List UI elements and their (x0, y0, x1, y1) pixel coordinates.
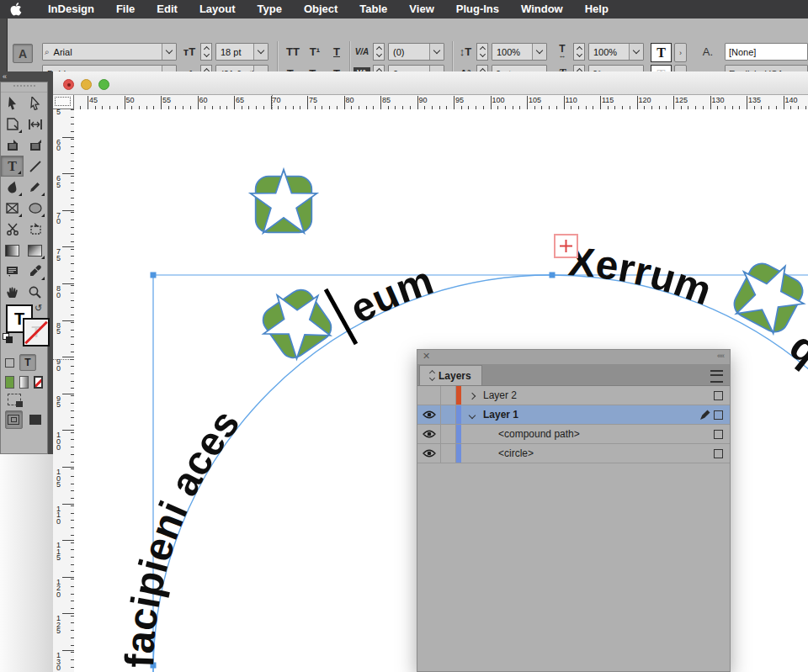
panel-menu-icon[interactable] (710, 370, 723, 383)
tool-content-placer[interactable] (24, 135, 46, 156)
star-compound-path[interactable] (251, 170, 317, 233)
kerning-stepper[interactable] (373, 43, 385, 61)
window-title-bar[interactable] (53, 71, 808, 95)
menu-type[interactable]: Type (247, 0, 293, 19)
layer-row-layer1[interactable]: Layer 1 (417, 405, 730, 425)
chevron-down-icon[interactable] (532, 44, 546, 60)
font-family-combo[interactable]: ⌕ Arial (42, 43, 177, 61)
collapse-layer-icon[interactable] (461, 410, 483, 420)
chevron-down-icon[interactable] (629, 44, 643, 60)
eye-icon[interactable] (423, 430, 436, 438)
character-style-field[interactable]: [None] (725, 43, 808, 61)
target-box[interactable] (714, 410, 723, 420)
collapse-icon[interactable]: «« (717, 352, 724, 360)
close-icon[interactable]: ✕ (423, 351, 430, 362)
ruler-origin-box[interactable] (53, 95, 74, 109)
path-text-segment[interactable]: q (782, 323, 808, 373)
menu-file[interactable]: File (105, 0, 146, 19)
lock-cell[interactable] (441, 425, 456, 443)
tool-selection[interactable] (1, 93, 24, 114)
tool-pencil[interactable] (24, 177, 46, 198)
fill-color-button[interactable]: T (651, 43, 672, 62)
minimize-window-button[interactable] (81, 79, 92, 90)
vertical-scale-stepper[interactable] (476, 43, 488, 61)
menu-view[interactable]: View (398, 0, 444, 19)
tool-line[interactable] (24, 156, 46, 177)
menu-plugins[interactable]: Plug-Ins (445, 0, 510, 19)
expand-icon[interactable] (461, 391, 483, 400)
visibility-cell[interactable] (417, 386, 441, 405)
swap-fill-stroke-icon[interactable]: ↺ (35, 303, 42, 314)
star-compound-path[interactable] (725, 251, 808, 340)
underline-button[interactable]: T (330, 43, 343, 61)
visibility-cell[interactable] (417, 425, 441, 443)
item-name[interactable]: <circle> (483, 447, 695, 459)
control-panel-grip[interactable] (0, 19, 8, 71)
font-size-combo[interactable]: 18 pt (215, 43, 268, 61)
menu-table[interactable]: Table (348, 0, 398, 19)
layers-panel-header[interactable]: ✕ «« (417, 350, 730, 365)
eye-icon[interactable] (423, 410, 436, 419)
tool-ellipse[interactable] (24, 198, 46, 219)
panel-drag-grip[interactable] (1, 82, 47, 93)
close-window-button[interactable] (63, 79, 74, 90)
vertical-ruler[interactable]: 5 56 06 57 07 58 08 59 09 51 0 01 0 51 1… (53, 109, 75, 672)
tool-gradient-feather[interactable] (24, 240, 46, 261)
tool-gradient[interactable] (1, 240, 24, 261)
overset-text-port[interactable] (555, 235, 577, 257)
horizontal-ruler[interactable]: 4550556065707580859095100105110115120125… (74, 95, 808, 110)
tool-page[interactable] (1, 114, 24, 135)
kerning-combo[interactable]: (0) (388, 43, 444, 61)
tool-type[interactable]: T (1, 156, 24, 177)
handle-top-center[interactable] (550, 273, 556, 278)
formatting-affects-container-button[interactable] (5, 358, 14, 368)
target-box[interactable] (714, 430, 723, 439)
apple-icon[interactable] (10, 3, 22, 16)
zoom-window-button[interactable] (98, 79, 109, 90)
visibility-cell[interactable] (417, 444, 441, 463)
apply-gradient-button[interactable] (19, 376, 29, 389)
visibility-cell[interactable] (417, 405, 441, 424)
menu-window[interactable]: Window (510, 0, 574, 19)
layer-row-layer2[interactable]: Layer 2 (417, 386, 730, 405)
path-text-segment[interactable]: eum (343, 257, 439, 331)
tool-free-transform[interactable] (24, 219, 46, 240)
chevron-down-icon[interactable] (429, 44, 444, 60)
target-box[interactable] (714, 449, 723, 458)
lock-cell[interactable] (441, 386, 456, 405)
default-fill-stroke-icon[interactable] (3, 333, 12, 342)
eye-icon[interactable] (423, 449, 436, 458)
vertical-scale-combo[interactable]: 100% (492, 43, 547, 61)
tool-direct-selection[interactable] (24, 93, 46, 114)
lock-cell[interactable] (441, 444, 456, 463)
target-box[interactable] (714, 391, 723, 400)
chevron-down-icon[interactable] (162, 44, 176, 60)
item-name[interactable]: <compound path> (483, 428, 695, 440)
superscript-button[interactable]: T¹ (306, 43, 323, 61)
layer-name[interactable]: Layer 2 (483, 389, 695, 401)
formatting-affects-text-button[interactable]: T (19, 354, 36, 371)
screen-mode-normal-button[interactable] (5, 410, 23, 429)
menu-layout[interactable]: Layout (189, 0, 247, 19)
collapse-panel-icon[interactable]: « (3, 72, 7, 81)
horizontal-scale-combo[interactable]: 100% (588, 43, 644, 61)
lock-cell[interactable] (441, 405, 456, 424)
menu-object[interactable]: Object (293, 0, 348, 19)
menu-edit[interactable]: Edit (146, 0, 189, 19)
tool-eyedropper[interactable] (24, 261, 46, 282)
tool-gap[interactable] (24, 114, 46, 135)
path-text-segment[interactable]: Xerrum (566, 239, 717, 313)
all-caps-button[interactable]: TT (283, 43, 303, 61)
layer-item-compound-path[interactable]: <compound path> (417, 425, 730, 444)
layer-name[interactable]: Layer 1 (483, 409, 695, 421)
screen-mode-preview-button[interactable] (28, 411, 44, 428)
tool-pen[interactable] (1, 177, 24, 198)
chevron-down-icon[interactable] (253, 44, 268, 60)
view-options-icon[interactable] (8, 394, 21, 405)
font-size-stepper[interactable] (200, 43, 212, 61)
layer-item-circle[interactable]: <circle> (417, 444, 730, 463)
tool-content-collector[interactable] (1, 135, 24, 156)
tool-zoom[interactable] (24, 282, 46, 303)
handle-top-left[interactable] (151, 273, 157, 278)
apply-none-button[interactable] (34, 376, 43, 389)
